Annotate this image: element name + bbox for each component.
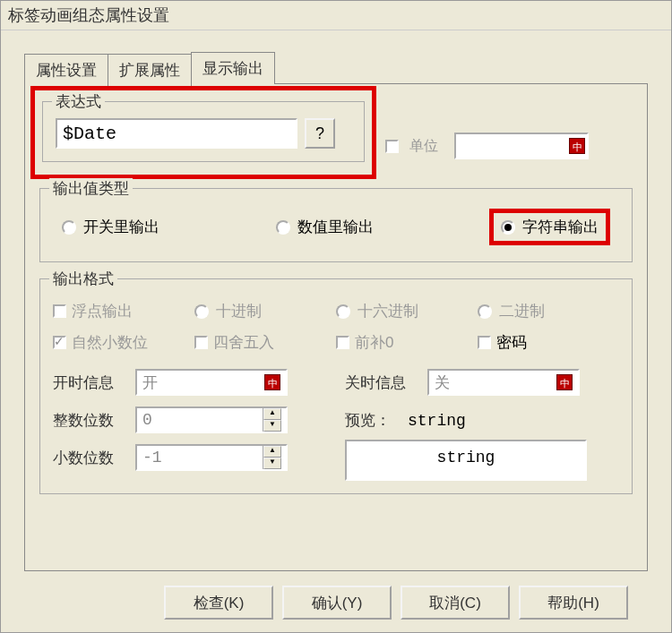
radio-numeric-output[interactable]: 数值里输出 [276,217,374,237]
tab-strip: 属性设置 扩展属性 显示输出 [24,52,648,84]
int-digits-label: 整数位数 [53,410,135,431]
group-expression-title: 表达式 [52,91,105,112]
group-output-type: 输出值类型 开关里输出 数值里输出 字符串输出 [39,188,633,262]
int-digits-spinner: ▲▼ [135,406,288,433]
highlight-string-output: 字符串输出 [489,209,610,245]
chk-pad-zero: 前补0 [336,327,478,358]
radio-hex: 十六进制 [336,295,478,327]
spin-up: ▲ [263,446,281,458]
dec-digits-spinner: ▲▼ [135,444,288,471]
tab-body: 表达式 ? 单位 中 输出值类型 [24,83,648,571]
ime-icon: 中 [264,374,280,390]
unit-label: 单位 [409,137,438,156]
group-expression: 表达式 ? [42,101,365,162]
check-button[interactable]: 检查(K) [164,586,273,620]
group-output-type-title: 输出值类型 [49,178,133,199]
chk-float-output: 浮点输出 [53,295,194,327]
button-row: 检查(K) 确认(Y) 取消(C) 帮助(H) [24,571,648,620]
help-button[interactable]: 帮助(H) [519,586,628,620]
expression-input[interactable] [56,118,297,149]
radio-switch-output[interactable]: 开关里输出 [62,217,159,237]
content-area: 属性设置 扩展属性 显示输出 表达式 ? 单位 [1,30,671,629]
radio-binary: 二进制 [478,295,619,327]
on-message-label: 开时信息 [53,372,135,393]
spin-down: ▼ [263,420,281,432]
chk-password[interactable]: 密码 [478,327,619,358]
unit-checkbox [385,140,399,153]
off-message-input: 关 中 [427,369,580,396]
off-message-label: 关时信息 [345,372,427,393]
spin-down: ▼ [263,458,281,469]
preview-box: string [345,440,587,481]
dialog-window: 标签动画组态属性设置 属性设置 扩展属性 显示输出 表达式 ? [0,0,672,633]
on-message-input: 开 中 [135,369,288,396]
tab-attribute-settings[interactable]: 属性设置 [24,54,108,86]
tab-extended-attributes[interactable]: 扩展属性 [108,54,192,86]
radio-string-output[interactable]: 字符串输出 [501,217,599,237]
ime-icon: 中 [556,374,573,390]
chk-natural-decimal: 自然小数位 [53,327,194,358]
dec-digits-label: 小数位数 [53,448,135,468]
preview-label: 预览： [345,410,408,431]
highlight-expression: 表达式 ? [30,86,376,179]
group-output-format-title: 输出格式 [49,269,117,289]
radio-decimal: 十进制 [194,295,336,327]
group-output-format: 输出格式 浮点输出 十进制 十六进制 二进制 自然小数位 四舍五入 前补0 密码… [39,278,633,494]
tab-display-output[interactable]: 显示输出 [191,52,275,84]
title-bar: 标签动画组态属性设置 [1,1,671,30]
ok-button[interactable]: 确认(Y) [282,586,392,620]
window-title: 标签动画组态属性设置 [8,6,169,24]
expression-help-button[interactable]: ? [305,118,335,149]
spin-up: ▲ [263,408,281,420]
chk-round: 四舍五入 [194,327,336,358]
cancel-button[interactable]: 取消(C) [401,586,510,620]
ime-icon: 中 [569,138,585,154]
preview-value: string [408,412,466,430]
